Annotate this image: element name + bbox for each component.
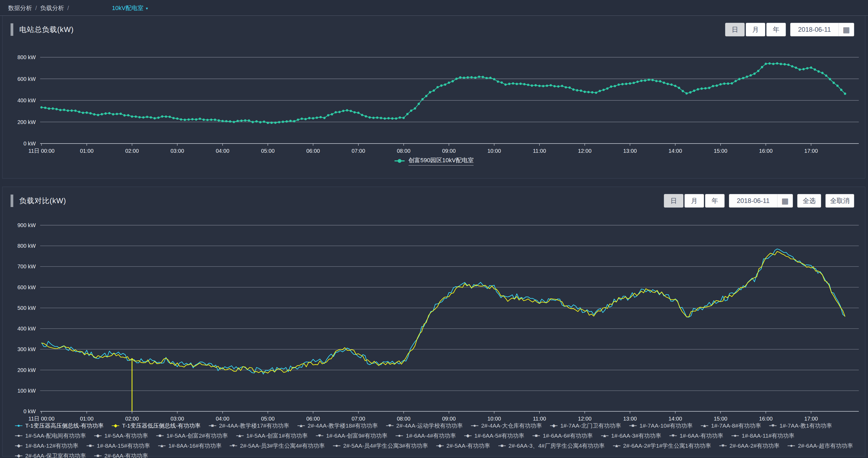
legend-item[interactable]: ▲1#-7AA-8#有功功率 (701, 421, 761, 430)
chart1-controls: 日 月 年 2018-06-11 ▦ (725, 23, 854, 36)
period-year-button[interactable]: 年 (705, 194, 724, 207)
data-point (191, 118, 193, 120)
legend-label: 1#-8AA-12#有功功率 (25, 442, 78, 450)
chart1-legend[interactable]: 创富590园区10kV配电室 (0, 156, 868, 166)
data-point (519, 83, 522, 85)
period-month-button[interactable]: 月 (684, 194, 704, 207)
legend-item[interactable]: ▲2#-4AA-教学楼18#有功功率 (298, 421, 378, 430)
legend-item[interactable]: ◆2#-6AA-保卫室有功功率 (15, 451, 86, 458)
data-point (787, 64, 790, 66)
legend-item[interactable]: ●1#-6AA-4#有功功率 (396, 431, 456, 440)
data-point (708, 87, 711, 89)
legend-item[interactable]: ●2#-5AA-员4#学生公寓3#有功功率 (333, 441, 428, 450)
data-point (825, 75, 827, 77)
legend-item[interactable]: ■2#-6AA-有功功率 (94, 451, 148, 458)
data-point (723, 83, 726, 85)
legend-item[interactable]: ◆2#-5AA-有功功率 (436, 441, 490, 450)
legend-label: 1#-6AA-5#有功功率 (474, 432, 524, 439)
legend-item[interactable]: ◆1#-6AA-5#有功功率 (464, 431, 524, 440)
breadcrumb-separator: / (35, 5, 37, 12)
legend-item[interactable]: ■2#-4AA-教学楼17#有功功率 (209, 421, 289, 430)
data-point (225, 120, 228, 122)
data-point (633, 82, 635, 84)
deselect-all-button[interactable]: 全取消 (826, 194, 854, 207)
data-point (214, 119, 216, 121)
legend-label: 2#-6AA-2#学1#学生公寓1有功功率 (623, 442, 711, 450)
legend-label: 1#-5AA-配电间有功功率 (25, 432, 86, 439)
legend-item[interactable]: ◆1#-5AA-有功功率 (94, 431, 148, 440)
data-point (553, 85, 556, 87)
x-axis-label: 12:00 (578, 416, 591, 422)
period-day-button[interactable]: 日 (664, 194, 683, 207)
legend-triangle-marker-icon: ▲ (601, 433, 609, 438)
data-point (478, 76, 480, 78)
chart2-controls: 日 月 年 2018-06-11 ▦ 全选 全取消 (664, 194, 854, 207)
legend-item[interactable]: ■1#-5AA-创富2#有功功率 (156, 431, 228, 440)
data-point (350, 110, 352, 112)
legend-item[interactable]: ◆1#-8AA-12#有功功率 (15, 441, 78, 450)
legend-item[interactable]: ●2#-6AA-超市有功功率 (787, 441, 853, 450)
legend-item[interactable]: ●T-1变压器高压侧总线-有功功率 (15, 421, 103, 430)
x-axis-label: 15:00 (714, 148, 727, 154)
legend-rect-marker-icon: ■ (629, 423, 637, 428)
legend-item[interactable]: ▲1#-6AA-3#有功功率 (601, 431, 661, 440)
legend-item[interactable]: ▼1#-6AA-创富9#有功功率 (316, 431, 388, 440)
legend-label: 1#-8AA-16#有功功率 (168, 442, 221, 450)
station-selector[interactable]: 10kV配电室 ▾ (112, 4, 148, 12)
legend-item[interactable]: ▼2#-4AA-运动学校有功功率 (386, 421, 463, 430)
data-point (410, 110, 412, 112)
legend-item[interactable]: ▼2#-6AA-2#有功功率 (719, 441, 779, 450)
period-day-button[interactable]: 日 (725, 23, 745, 36)
select-all-button[interactable]: 全选 (797, 194, 821, 207)
legend-item[interactable]: ▼1#-7AA-教1有功功率 (769, 421, 832, 430)
legend-label: 1#-5AA-创富1#有功功率 (246, 432, 308, 439)
x-axis-label: 14:00 (669, 416, 682, 422)
period-year-button[interactable]: 年 (766, 23, 786, 36)
station-total-load-chart[interactable]: 0 kW200 kW400 kW600 kW800 kW11日 00:0001:… (0, 44, 868, 171)
y-axis-label: 400 kW (17, 97, 36, 104)
data-point (165, 115, 167, 118)
legend-item[interactable]: ◆T-1变压器低压侧总线-有功功率 (112, 421, 200, 430)
legend-item[interactable]: ●1#-5AA-配电间有功功率 (15, 431, 86, 440)
data-point (342, 110, 345, 112)
legend-label: 2#-6AA-保卫室有功功率 (25, 452, 86, 458)
x-axis-label: 11:00 (533, 148, 546, 154)
x-axis-label: 13:00 (623, 148, 637, 154)
data-point (67, 109, 69, 112)
legend-marker (395, 159, 405, 163)
data-point (731, 82, 733, 85)
data-point (833, 82, 835, 84)
x-axis-label: 17:00 (804, 416, 818, 422)
data-point (142, 116, 145, 119)
legend-item[interactable]: ■1#-8AA-15#有功功率 (87, 441, 150, 450)
legend-item[interactable]: ▼2#-5AA-员3#学生公寓4#有功功率 (229, 441, 325, 450)
breadcrumb-item-data-analysis[interactable]: 数据分析 (8, 4, 32, 12)
date-picker[interactable]: 2018-06-11 ▦ (790, 23, 854, 36)
legend-item[interactable]: ◆1#-7AA-北门卫有功功率 (550, 421, 621, 430)
data-point (531, 84, 533, 87)
legend-label: 1#-8AA-11#有功功率 (742, 432, 795, 439)
y-axis-label: 600 kW (17, 76, 36, 82)
legend-diamond-marker-icon: ◆ (94, 433, 102, 438)
load-comparison-chart[interactable]: 0 kW100 kW200 kW300 kW400 kW500 kW600 kW… (0, 212, 868, 426)
legend-item[interactable]: ▲1#-8AA-16#有功功率 (158, 441, 221, 450)
breadcrumb-item-load-analysis[interactable]: 负载分析 (40, 4, 64, 12)
legend-item[interactable]: ▲1#-5AA-创富1#有功功率 (236, 431, 308, 440)
x-axis-label: 07:00 (351, 148, 365, 154)
legend-item[interactable]: ▲2#-6AA-2#学1#学生公寓1有功功率 (613, 441, 711, 450)
legend-triangle-marker-icon: ▲ (298, 423, 305, 428)
period-month-button[interactable]: 月 (746, 23, 765, 36)
legend-item[interactable]: ■1#-6AA-6#有功功率 (532, 431, 593, 440)
data-point (527, 84, 529, 86)
calendar-icon[interactable]: ▦ (777, 194, 793, 207)
legend-item[interactable]: ■1#-7AA-10#有功功率 (629, 421, 692, 430)
legend-item[interactable]: ■2#-6AA-3、4#厂房学生公寓4有功功率 (498, 441, 605, 450)
legend-item[interactable]: ▼1#-6AA-有功功率 (669, 431, 723, 440)
data-point (380, 117, 382, 119)
date-picker[interactable]: 2018-06-11 ▦ (729, 194, 793, 207)
calendar-icon[interactable]: ▦ (838, 23, 854, 36)
date-value: 2018-06-11 (790, 23, 838, 36)
legend-item[interactable]: ●1#-8AA-11#有功功率 (732, 431, 795, 440)
data-point (293, 120, 296, 123)
legend-item[interactable]: ●2#-4AA-大仓库有功功率 (471, 421, 542, 430)
